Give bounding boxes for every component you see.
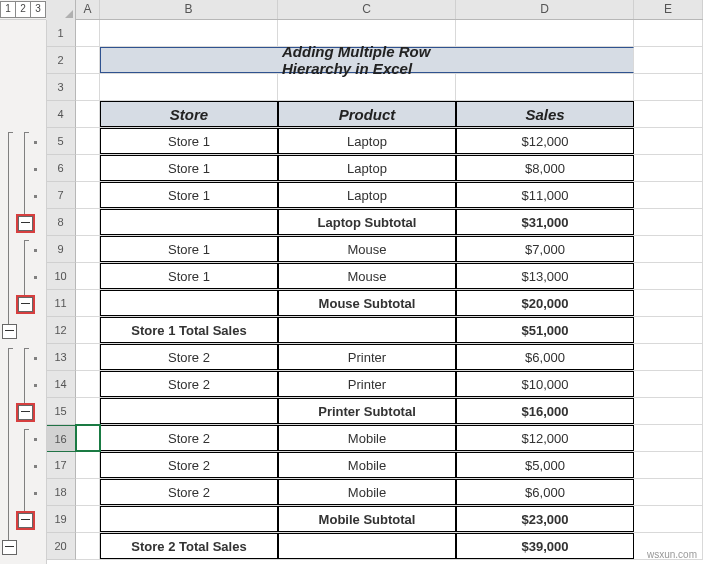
cell[interactable] xyxy=(100,290,278,316)
cell[interactable]: Sales xyxy=(456,101,634,127)
cell[interactable] xyxy=(634,209,703,235)
cell[interactable]: Printer xyxy=(278,344,456,370)
cell[interactable]: Laptop xyxy=(278,182,456,208)
cell[interactable]: $13,000 xyxy=(456,263,634,289)
cell[interactable]: $11,000 xyxy=(456,182,634,208)
cell[interactable] xyxy=(76,452,100,478)
cell[interactable]: Store 1 xyxy=(100,263,278,289)
outline-collapse-button[interactable] xyxy=(18,513,33,528)
cell[interactable]: Store 1 xyxy=(100,236,278,262)
cell[interactable] xyxy=(634,47,703,73)
cell[interactable] xyxy=(456,74,634,100)
cell[interactable] xyxy=(634,290,703,316)
cell[interactable]: $10,000 xyxy=(456,371,634,397)
cell[interactable]: Printer xyxy=(278,371,456,397)
cell[interactable] xyxy=(278,317,456,343)
cell[interactable] xyxy=(634,506,703,532)
cell[interactable] xyxy=(634,155,703,181)
cell[interactable] xyxy=(278,533,456,559)
cell[interactable]: Mobile xyxy=(278,452,456,478)
outline-collapse-button[interactable] xyxy=(18,297,33,312)
row-header[interactable]: 11 xyxy=(46,290,76,317)
row-header[interactable]: 12 xyxy=(46,317,76,344)
cell[interactable] xyxy=(76,128,100,154)
cell[interactable]: Store 1 xyxy=(100,128,278,154)
cell[interactable] xyxy=(76,344,100,370)
cell[interactable]: Mouse xyxy=(278,263,456,289)
outline-level-2[interactable]: 2 xyxy=(16,1,31,18)
cell[interactable]: $16,000 xyxy=(456,398,634,424)
cell[interactable] xyxy=(634,74,703,100)
row-header[interactable]: 8 xyxy=(46,209,76,236)
row-header[interactable]: 19 xyxy=(46,506,76,533)
outline-collapse-button[interactable] xyxy=(18,405,33,420)
cell[interactable] xyxy=(76,101,100,127)
cell[interactable]: Mouse xyxy=(278,236,456,262)
cell[interactable] xyxy=(76,20,100,46)
cell[interactable] xyxy=(76,263,100,289)
cell[interactable] xyxy=(456,47,634,73)
cell[interactable]: Store 2 Total Sales xyxy=(100,533,278,559)
cell[interactable] xyxy=(76,47,100,73)
cell[interactable]: Laptop xyxy=(278,128,456,154)
cell[interactable]: $6,000 xyxy=(456,479,634,505)
cell[interactable]: Product xyxy=(278,101,456,127)
cell[interactable]: Laptop Subtotal xyxy=(278,209,456,235)
cell[interactable] xyxy=(76,479,100,505)
cell[interactable]: Store 2 xyxy=(100,425,278,451)
cell[interactable]: Store 2 xyxy=(100,452,278,478)
cell[interactable]: Laptop xyxy=(278,155,456,181)
cell[interactable] xyxy=(634,101,703,127)
cell[interactable]: $8,000 xyxy=(456,155,634,181)
cell[interactable]: $31,000 xyxy=(456,209,634,235)
cell[interactable] xyxy=(76,533,100,559)
cell[interactable]: $6,000 xyxy=(456,344,634,370)
cell[interactable]: Store 1 xyxy=(100,155,278,181)
cell[interactable]: Store 2 xyxy=(100,479,278,505)
outline-collapse-button[interactable] xyxy=(18,216,33,231)
cell[interactable] xyxy=(100,506,278,532)
cell[interactable]: Store xyxy=(100,101,278,127)
cell[interactable] xyxy=(76,506,100,532)
row-header[interactable]: 20 xyxy=(46,533,76,560)
cell[interactable] xyxy=(634,128,703,154)
cell[interactable]: $12,000 xyxy=(456,425,634,451)
row-header[interactable]: 2 xyxy=(46,47,76,74)
cell[interactable] xyxy=(634,425,703,451)
column-header-E[interactable]: E xyxy=(634,0,703,19)
row-header[interactable]: 9 xyxy=(46,236,76,263)
row-header[interactable]: 15 xyxy=(46,398,76,425)
column-header-D[interactable]: D xyxy=(456,0,634,19)
cell[interactable] xyxy=(634,182,703,208)
row-header[interactable]: 16 xyxy=(46,425,76,452)
outline-level-1[interactable]: 1 xyxy=(0,1,16,18)
row-header[interactable]: 6 xyxy=(46,155,76,182)
outline-collapse-button[interactable] xyxy=(2,324,17,339)
cell[interactable] xyxy=(634,371,703,397)
cell[interactable] xyxy=(76,209,100,235)
cell[interactable] xyxy=(76,398,100,424)
cell[interactable] xyxy=(278,74,456,100)
outline-collapse-button[interactable] xyxy=(2,540,17,555)
row-header[interactable]: 5 xyxy=(46,128,76,155)
cell[interactable]: Mobile Subtotal xyxy=(278,506,456,532)
cell[interactable]: $39,000 xyxy=(456,533,634,559)
row-header[interactable]: 17 xyxy=(46,452,76,479)
cell[interactable]: Store 2 xyxy=(100,344,278,370)
cell[interactable]: $20,000 xyxy=(456,290,634,316)
cell[interactable] xyxy=(100,74,278,100)
cell[interactable]: Mobile xyxy=(278,425,456,451)
cell[interactable] xyxy=(634,317,703,343)
row-header[interactable]: 7 xyxy=(46,182,76,209)
cell[interactable] xyxy=(100,398,278,424)
cell[interactable] xyxy=(100,20,278,46)
row-header[interactable]: 10 xyxy=(46,263,76,290)
row-header[interactable]: 13 xyxy=(46,344,76,371)
cell[interactable]: Printer Subtotal xyxy=(278,398,456,424)
column-header-B[interactable]: B xyxy=(100,0,278,19)
cell[interactable] xyxy=(100,47,278,73)
cell[interactable] xyxy=(76,74,100,100)
cell[interactable] xyxy=(634,20,703,46)
cell[interactable]: $23,000 xyxy=(456,506,634,532)
cell[interactable] xyxy=(634,452,703,478)
